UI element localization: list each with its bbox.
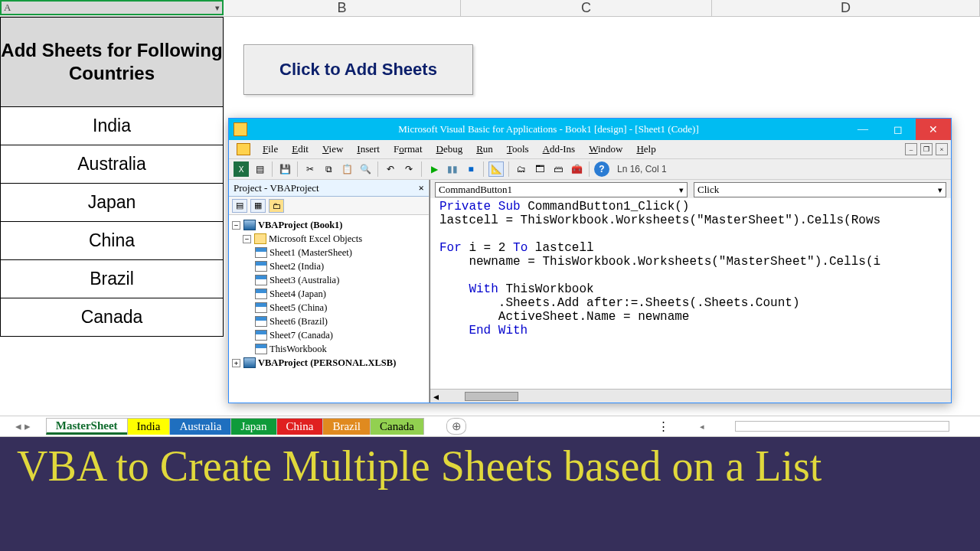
view-code-icon[interactable]: ▤ [232, 199, 247, 213]
menu-run[interactable]: Run [470, 142, 499, 157]
tab-canada[interactable]: Canada [370, 418, 424, 435]
header-cell[interactable]: Add Sheets for Following Countries [0, 17, 224, 107]
new-sheet-button[interactable]: ⊕ [446, 418, 466, 435]
mdi-restore-icon[interactable]: ❐ [920, 143, 933, 155]
col-B[interactable]: B [224, 0, 461, 16]
tool-help-icon[interactable]: ? [594, 161, 609, 177]
vba-titlebar[interactable]: Microsoft Visual Basic for Applications … [229, 119, 951, 140]
vba-menu-icon [237, 143, 250, 155]
project-explorer-title[interactable]: Project - VBAProject × [229, 180, 429, 197]
menu-file[interactable]: File [256, 142, 284, 157]
vba-editor-window: Microsoft Visual Basic for Applications … [228, 118, 952, 403]
menu-debug[interactable]: Debug [430, 142, 469, 157]
tool-redo-icon[interactable]: ↷ [401, 161, 416, 177]
code-pane: CommandButton1 Click Private Sub Command… [430, 180, 951, 403]
object-dropdown[interactable]: CommandButton1 [435, 182, 688, 197]
tool-browser-icon[interactable]: 🗃 [550, 161, 566, 177]
tool-undo-icon[interactable]: ↶ [383, 161, 398, 177]
cursor-position: Ln 16, Col 1 [617, 164, 667, 174]
tool-toolbox-icon[interactable]: 🧰 [569, 161, 584, 177]
cell-india[interactable]: India [0, 107, 224, 145]
col-D[interactable]: D [712, 0, 980, 16]
vba-title-text: Microsoft Visual Basic for Applications … [252, 123, 845, 135]
column-header-strip: A B C D [0, 0, 980, 17]
add-sheets-button[interactable]: Click to Add Sheets [243, 44, 473, 95]
project-explorer: Project - VBAProject × ▤ ▦ 🗀 −VBAProject… [229, 180, 430, 403]
tab-brazil[interactable]: Brazil [322, 418, 371, 435]
col-A[interactable]: A [0, 0, 224, 15]
menu-insert[interactable]: Insert [351, 142, 386, 157]
menu-edit[interactable]: Edit [286, 142, 315, 157]
cell-brazil[interactable]: Brazil [0, 260, 224, 298]
vba-app-icon [234, 122, 247, 136]
tool-paste-icon[interactable]: 📋 [339, 161, 354, 177]
project-close-icon[interactable]: × [419, 182, 424, 194]
menu-tools[interactable]: Tools [501, 142, 535, 157]
tool-project-icon[interactable]: 🗂 [514, 161, 529, 177]
column-A-cells: Add Sheets for Following Countries India… [0, 17, 224, 398]
video-caption: VBA to Create Multiple Sheets based on a… [0, 437, 980, 551]
menu-addins[interactable]: Add-Ins [537, 142, 582, 157]
tool-insert-icon[interactable]: ▤ [252, 161, 267, 177]
vba-toolbar: X ▤ 💾 ✂ ⧉ 📋 🔍 ↶ ↷ ▶ ▮▮ ■ 📐 🗂 [229, 158, 951, 180]
maximize-icon[interactable]: ◻ [880, 119, 916, 140]
folder-toggle-icon[interactable]: 🗀 [269, 199, 284, 213]
tab-australia[interactable]: Australia [169, 418, 231, 435]
tab-china[interactable]: China [276, 418, 324, 435]
tool-run-icon[interactable]: ▶ [426, 161, 442, 177]
project-tree[interactable]: −VBAProject (Book1) −Microsoft Excel Obj… [229, 215, 429, 403]
mdi-minimize-icon[interactable]: – [905, 143, 917, 155]
code-editor[interactable]: Private Sub CommandButton1_Click() lastc… [430, 198, 951, 389]
tool-cut-icon[interactable]: ✂ [302, 161, 318, 177]
cell-canada[interactable]: Canada [0, 298, 224, 337]
menu-format[interactable]: Format [387, 142, 429, 157]
tab-mastersheet[interactable]: MasterSheet [46, 418, 128, 435]
tool-design-icon[interactable]: 📐 [488, 161, 504, 177]
tool-save-icon[interactable]: 💾 [277, 161, 292, 177]
tool-reset-icon[interactable]: ■ [463, 161, 479, 177]
event-dropdown[interactable]: Click [694, 182, 946, 197]
tab-japan[interactable]: Japan [230, 418, 276, 435]
menu-window[interactable]: Window [583, 142, 629, 157]
cell-japan[interactable]: Japan [0, 184, 224, 222]
tool-excel-icon[interactable]: X [234, 161, 249, 177]
sheet-tab-bar: ◂ ▸ MasterSheet India Australia Japan Ch… [0, 416, 980, 437]
vba-menubar: File Edit View Insert Format Debug Run T… [229, 140, 951, 158]
tab-india[interactable]: India [127, 418, 171, 435]
close-icon[interactable]: ✕ [916, 119, 951, 140]
code-hscrollbar[interactable]: ◂ [430, 389, 951, 403]
menu-view[interactable]: View [316, 142, 349, 157]
tool-properties-icon[interactable]: 🗔 [532, 161, 547, 177]
tool-find-icon[interactable]: 🔍 [358, 161, 373, 177]
col-C[interactable]: C [461, 0, 712, 16]
tool-copy-icon[interactable]: ⧉ [321, 161, 336, 177]
view-object-icon[interactable]: ▦ [250, 199, 266, 213]
cell-australia[interactable]: Australia [0, 145, 224, 184]
tool-break-icon[interactable]: ▮▮ [445, 161, 460, 177]
tab-nav-arrows[interactable]: ◂ ▸ [0, 419, 46, 433]
menu-help[interactable]: Help [630, 142, 662, 157]
minimize-icon[interactable]: — [845, 119, 880, 140]
cell-china[interactable]: China [0, 222, 224, 260]
mdi-close-icon[interactable]: × [936, 143, 948, 155]
tab-scrollbar[interactable] [735, 421, 949, 432]
